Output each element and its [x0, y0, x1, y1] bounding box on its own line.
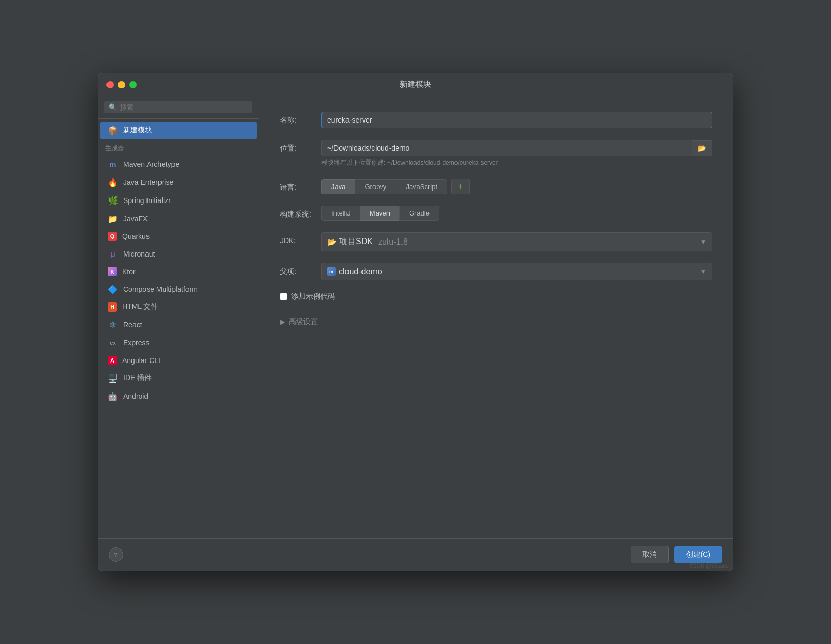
name-input[interactable] [321, 112, 712, 128]
language-add-button[interactable]: + [451, 179, 470, 194]
build-intellij-button[interactable]: IntelliJ [321, 206, 360, 221]
parent-label: 父项: [280, 263, 321, 276]
jdk-folder-icon: 📂 [327, 238, 336, 246]
language-javascript-button[interactable]: JavaScript [396, 179, 447, 194]
java-enterprise-icon: 🔥 [108, 177, 118, 187]
search-icon: 🔍 [109, 103, 117, 111]
sidebar-item-compose-label: Compose Multiplatform [123, 285, 198, 293]
sidebar-item-javafx[interactable]: 📁 JavaFX [100, 210, 257, 227]
jdk-field: 📂 项目SDK zulu-1.8 ▼ [321, 232, 712, 251]
sidebar-item-html[interactable]: H HTML 文件 [100, 299, 257, 315]
compose-icon: 🔷 [108, 284, 118, 294]
footer-right: 取消 创建(C) [631, 546, 722, 564]
search-wrap[interactable]: 🔍 [104, 101, 252, 113]
sidebar-item-new-module-label: 新建模块 [123, 126, 152, 135]
quarkus-icon: Q [108, 232, 117, 241]
create-button[interactable]: 创建(C) [674, 546, 722, 564]
dialog-content: 🔍 📦 新建模块 生成器 m Maven Archetype [98, 96, 733, 538]
watermark-text: CSDN @5Space [690, 563, 729, 569]
parent-select-inner: m cloud-demo [322, 263, 695, 280]
sidebar-item-java-enterprise[interactable]: 🔥 Java Enterprise [100, 173, 257, 191]
location-label: 位置: [280, 140, 321, 153]
parent-select-wrap[interactable]: m cloud-demo ▼ [321, 263, 712, 280]
ktor-icon: K [108, 267, 117, 276]
footer-left: ? [109, 547, 123, 562]
sidebar-item-spring[interactable]: 🌿 Spring Initializr [100, 192, 257, 209]
sidebar-item-compose[interactable]: 🔷 Compose Multiplatform [100, 280, 257, 298]
new-module-icon: 📦 [108, 125, 118, 136]
maven-icon: m [108, 159, 118, 169]
jdk-value: 项目SDK [339, 236, 373, 247]
express-icon: ex [108, 338, 118, 348]
sidebar-item-spring-label: Spring Initializr [123, 196, 171, 205]
location-input-wrap: 📂 [321, 140, 712, 156]
maximize-button[interactable] [129, 81, 137, 88]
sample-code-label: 添加示例代码 [291, 292, 335, 301]
sidebar-item-maven-archetype[interactable]: m Maven Archetype [100, 155, 257, 173]
sidebar: 🔍 📦 新建模块 生成器 m Maven Archetype [98, 96, 259, 538]
help-button[interactable]: ? [109, 547, 123, 562]
jdk-label: JDK: [280, 232, 321, 245]
new-module-dialog: 新建模块 🔍 📦 新建模块 生成器 m Ma [98, 73, 733, 571]
sidebar-item-quarkus[interactable]: Q Quarkus [100, 228, 257, 245]
name-label: 名称: [280, 112, 321, 125]
language-label: 语言: [280, 179, 321, 192]
sidebar-item-ide-plugin-label: IDE 插件 [123, 373, 152, 383]
parent-dropdown-arrow: ▼ [695, 268, 712, 275]
javafx-icon: 📁 [108, 213, 118, 224]
build-toggle-group: IntelliJ Maven Gradle [321, 206, 712, 221]
build-row: 构建系统: IntelliJ Maven Gradle [280, 206, 712, 221]
sidebar-item-angular[interactable]: A Angular CLI [100, 352, 257, 369]
jdk-version: zulu-1.8 [378, 237, 408, 247]
name-row: 名称: [280, 112, 712, 128]
sidebar-item-new-module[interactable]: 📦 新建模块 [100, 122, 257, 139]
sidebar-item-express[interactable]: ex Express [100, 334, 257, 352]
sidebar-item-micronaut[interactable]: μ Micronaut [100, 245, 257, 263]
html-icon: H [108, 302, 117, 312]
sidebar-item-maven-label: Maven Archetype [123, 160, 179, 168]
angular-icon: A [108, 356, 117, 365]
build-field: IntelliJ Maven Gradle [321, 206, 712, 221]
close-button[interactable] [106, 81, 114, 88]
main-panel: 名称: 位置: 📂 模块将在以下位置创建: ~/Downloads/cloud-… [259, 96, 733, 538]
title-bar: 新建模块 [98, 73, 733, 96]
cancel-button[interactable]: 取消 [631, 546, 669, 564]
sidebar-item-express-label: Express [123, 339, 150, 347]
jdk-dropdown-arrow: ▼ [695, 238, 712, 246]
sidebar-item-react[interactable]: ⚛ React [100, 316, 257, 333]
minimize-button[interactable] [118, 81, 125, 88]
search-input[interactable] [120, 103, 248, 111]
build-maven-button[interactable]: Maven [360, 206, 399, 221]
jdk-select-wrap[interactable]: 📂 项目SDK zulu-1.8 ▼ [321, 232, 712, 251]
build-label: 构建系统: [280, 206, 321, 219]
sidebar-item-ktor[interactable]: K Ktor [100, 263, 257, 280]
sample-code-checkbox[interactable] [280, 293, 287, 300]
sidebar-item-micronaut-label: Micronaut [123, 250, 155, 258]
location-field: 📂 模块将在以下位置创建: ~/Downloads/cloud-demo/eur… [321, 140, 712, 167]
name-field [321, 112, 712, 128]
location-browse-button[interactable]: 📂 [692, 140, 712, 156]
sidebar-item-ide-plugin[interactable]: 🖥️ IDE 插件 [100, 369, 257, 387]
parent-maven-icon: m [327, 267, 336, 276]
spring-icon: 🌿 [108, 195, 118, 206]
location-row: 位置: 📂 模块将在以下位置创建: ~/Downloads/cloud-demo… [280, 140, 712, 167]
advanced-settings-section[interactable]: ▶ 高级设置 [280, 313, 712, 331]
sidebar-item-java-enterprise-label: Java Enterprise [123, 178, 173, 186]
location-input[interactable] [321, 140, 692, 156]
sample-code-row: 添加示例代码 [280, 292, 712, 301]
sidebar-item-javafx-label: JavaFX [123, 214, 148, 223]
sidebar-list: 📦 新建模块 生成器 m Maven Archetype 🔥 Java Ente… [98, 119, 259, 538]
sidebar-item-react-label: React [123, 320, 142, 329]
android-icon: 🤖 [108, 391, 118, 401]
advanced-chevron-icon: ▶ [280, 318, 285, 326]
sidebar-item-ktor-label: Ktor [122, 267, 136, 276]
folder-browse-icon: 📂 [698, 144, 706, 152]
advanced-label: 高级设置 [289, 317, 318, 327]
language-groovy-button[interactable]: Groovy [355, 179, 396, 194]
build-gradle-button[interactable]: Gradle [399, 206, 439, 221]
dialog-title: 新建模块 [400, 79, 431, 89]
parent-value: cloud-demo [339, 267, 382, 276]
language-java-button[interactable]: Java [321, 179, 355, 194]
sidebar-item-android[interactable]: 🤖 Android [100, 387, 257, 405]
language-field: Java Groovy JavaScript + [321, 179, 712, 194]
